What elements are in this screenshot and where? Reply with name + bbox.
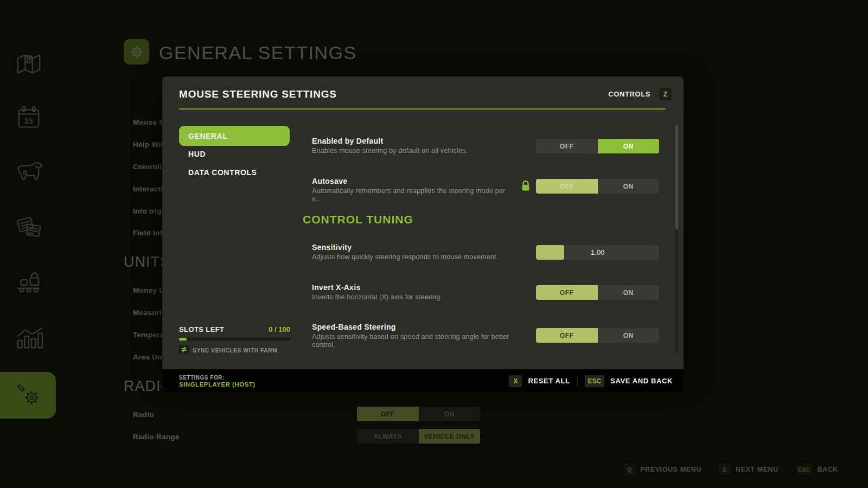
setting-speed-based-name: Speed-Based Steering	[312, 323, 396, 331]
tab-hud[interactable]: HUD	[179, 150, 290, 158]
settings-for-label: SETTINGS FOR:	[179, 375, 256, 381]
sync-vehicles-badge[interactable]	[179, 345, 189, 354]
slots-left-value: 0 / 100	[179, 325, 290, 333]
autosave-on-button[interactable]: ON	[598, 179, 660, 194]
controls-keycap-z: Z	[659, 88, 672, 100]
setting-invert-x-name: Invert X-Axis	[312, 283, 361, 292]
slots-progress-bar	[179, 338, 290, 341]
settings-for-block: SETTINGS FOR: SINGLEPLAYER (HOST)	[179, 375, 256, 388]
dialog-scrollbar-thumb[interactable]	[675, 125, 678, 229]
invert-x-toggle: OFF ON	[536, 285, 659, 300]
speed-based-toggle: OFF ON	[536, 328, 659, 343]
sensitivity-slider[interactable]: 1.00	[536, 245, 659, 260]
tab-data-controls[interactable]: DATA CONTROLS	[179, 168, 290, 177]
setting-autosave-name: Autosave	[312, 177, 347, 185]
setting-sensitivity-desc: Adjusts how quickly steering responds to…	[312, 253, 498, 261]
enabled-toggle: OFF ON	[536, 139, 659, 153]
settings-for-value: SINGLEPLAYER (HOST)	[179, 381, 256, 388]
sensitivity-value: 1.00	[536, 245, 659, 260]
invert-x-on-button[interactable]: ON	[598, 285, 660, 300]
lock-icon	[521, 181, 530, 194]
save-and-back-button[interactable]: ESC SAVE AND BACK	[585, 375, 673, 387]
row-divider	[304, 272, 666, 272]
slots-progress-fill	[179, 338, 187, 341]
controls-label: CONTROLS	[608, 90, 650, 98]
controls-shortcut[interactable]: CONTROLS Z	[608, 88, 672, 100]
setting-sensitivity-name: Sensitivity	[312, 243, 352, 252]
row-divider	[304, 312, 666, 312]
app-root: 15	[0, 0, 868, 488]
setting-speed-based-desc: Adjusts sensitivity based on speed and s…	[312, 333, 510, 349]
autosave-off-button[interactable]: OFF	[536, 179, 598, 194]
sync-vehicles-label: SYNC VEHICLES WITH FARM	[193, 347, 277, 354]
autosave-toggle: OFF ON	[536, 179, 659, 194]
enabled-on-button[interactable]: ON	[598, 139, 660, 153]
enabled-off-button[interactable]: OFF	[536, 139, 598, 153]
row-divider	[304, 165, 666, 166]
dialog-title: MOUSE STEERING SETTINGS	[179, 88, 337, 100]
sync-arrows-icon	[181, 345, 187, 355]
header-divider	[179, 108, 666, 110]
reset-all-button[interactable]: X RESET ALL	[509, 375, 570, 387]
mouse-steering-settings-dialog: MOUSE STEERING SETTINGS CONTROLS Z GENER…	[162, 76, 684, 369]
speed-based-off-button[interactable]: OFF	[536, 328, 598, 343]
reset-all-keycap-x: X	[509, 375, 522, 387]
control-tuning-header: CONTROL TUNING	[303, 213, 413, 226]
footer-separator	[577, 376, 578, 387]
setting-autosave-desc: Automatically remembers and reapplies th…	[312, 187, 510, 203]
reset-all-label: RESET ALL	[528, 377, 570, 385]
invert-x-off-button[interactable]: OFF	[536, 285, 598, 300]
dialog-footer: SETTINGS FOR: SINGLEPLAYER (HOST) X RESE…	[162, 369, 684, 393]
save-keycap-esc: ESC	[585, 375, 605, 387]
speed-based-on-button[interactable]: ON	[598, 328, 660, 343]
setting-invert-x-desc: Inverts the horizontal (X) axis for stee…	[312, 293, 442, 301]
save-and-back-label: SAVE AND BACK	[610, 377, 673, 385]
dialog-scrollbar[interactable]	[675, 125, 678, 352]
setting-enabled-name: Enabled by Default	[312, 137, 383, 145]
tab-general[interactable]: GENERAL	[179, 126, 290, 146]
setting-enabled-desc: Enables mouse steering by default on all…	[312, 147, 468, 155]
